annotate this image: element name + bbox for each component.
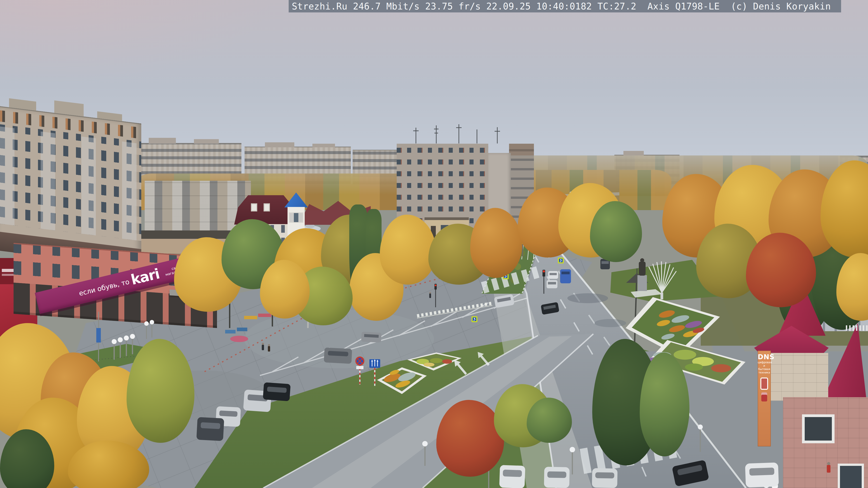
parked-cars-bottom: [499, 460, 779, 488]
person-red-jacket: [827, 462, 831, 473]
webcam-overlay-bar: Strezhi.Ru 246.7 Mbit/s 23.75 fr/s 22.09…: [289, 0, 841, 12]
street-banner-flag: [96, 312, 101, 361]
webcam-photo-strezhevoy: DNS цифровая и бытовая техника АвтоЛига …: [0, 0, 868, 488]
